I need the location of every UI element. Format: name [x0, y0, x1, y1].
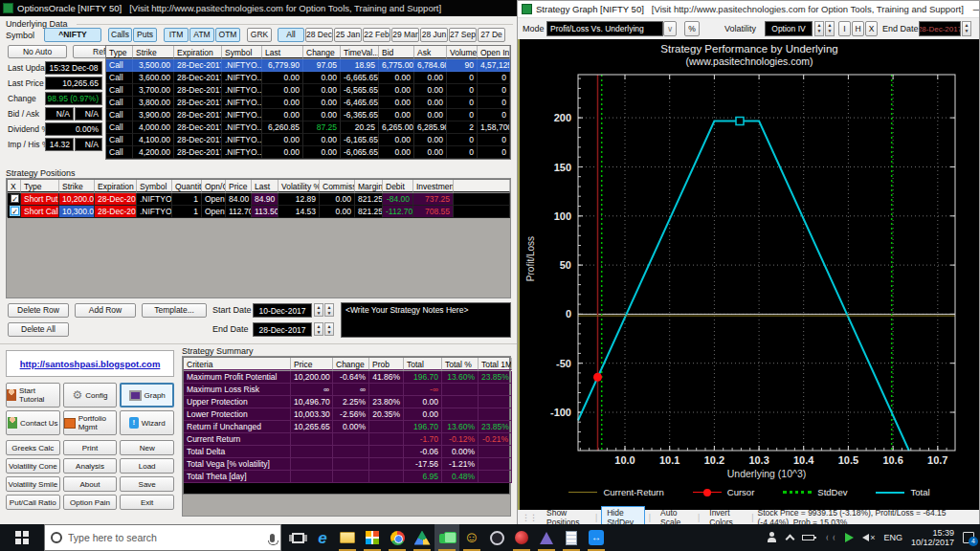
sidebar-button-start-tutorial[interactable]: Start Tutorial — [6, 383, 60, 408]
taskbar-clock[interactable]: 15:39 10/12/2017 — [911, 528, 954, 547]
no-auto-button[interactable]: No Auto — [8, 45, 67, 58]
sidebar-button-config[interactable]: ⚙Config — [63, 383, 118, 408]
sidebar-button-put-call-ratio[interactable]: Put/Call Ratio — [6, 495, 60, 510]
mode-dropdown[interactable]: Profit/Loss Vs. Underlying — [546, 21, 663, 36]
sidebar-button-portfolio-mgmt[interactable]: Portfolio Mgmt — [63, 410, 118, 435]
start-date-field[interactable]: 10-Dec-2017 — [253, 303, 312, 318]
sidebar-button-save[interactable]: Save — [120, 476, 174, 492]
table-row[interactable]: ✓Short Put10,200.0028-Dec-2017.NIFTYOP..… — [8, 193, 509, 206]
table-row[interactable]: Maximum Loss Risk∞∞-∞ — [184, 384, 509, 396]
expiry-tab-25-jan[interactable]: 25 Jan — [334, 28, 362, 42]
grk-button[interactable]: GRK — [247, 28, 272, 42]
notification-icon[interactable]: 4 — [963, 532, 974, 543]
sidebar-button-volatility-smile[interactable]: Volatility Smile — [6, 476, 60, 492]
table-row[interactable]: Call3,800.0028-Dec-2017.NIFTYO...0.000.0… — [106, 97, 510, 109]
expiry-tab-29-mar[interactable]: 29 Mar — [391, 28, 419, 42]
graph-end-date-field[interactable]: 28-Dec-2017 — [919, 21, 961, 36]
taskbar-edge-icon[interactable]: e — [310, 524, 335, 551]
sidebar-button-new[interactable]: New — [120, 440, 174, 455]
sidebar-button-analysis[interactable]: Analysis — [63, 458, 118, 474]
add-row-button[interactable]: Add Row — [75, 303, 136, 318]
sidebar-button-load[interactable]: Load — [120, 458, 174, 474]
table-row[interactable]: Maximum Profit Potential10,200.00-0.64%4… — [184, 371, 509, 384]
sidebar-button-exit[interactable]: Exit — [120, 495, 174, 510]
battery-icon[interactable] — [802, 535, 814, 540]
table-row[interactable]: ✓Short Call10,300.0028-Dec-2017.NIFTYOP.… — [8, 206, 509, 218]
start-button[interactable] — [0, 524, 44, 551]
table-row[interactable]: Total Theta [day]6.950.48% — [184, 471, 509, 483]
table-row[interactable]: Call4,100.0028-Dec-2017.NIFTYO...0.000.0… — [106, 134, 510, 146]
percent-button[interactable]: % — [684, 21, 700, 36]
start-date-spinner-up[interactable]: ▲▼ — [314, 303, 323, 317]
expiry-tab-27-sep[interactable]: 27 Sep — [449, 28, 477, 42]
volatility-spinner-up[interactable]: ▲▼ — [814, 21, 824, 36]
mode-dropdown-arrow-icon[interactable]: ∨ — [663, 21, 677, 36]
minimize-button[interactable]: ─ — [964, 1, 979, 18]
sidebar-button-graph[interactable]: Graph — [120, 383, 174, 408]
table-row[interactable]: Lower Protection10,003.30-2.56%20.35%0.0… — [184, 408, 509, 421]
delete-all-button[interactable]: Delete All — [8, 322, 69, 337]
microphone-icon[interactable] — [270, 534, 275, 542]
delete-row-button[interactable]: Delete Row — [8, 303, 69, 318]
search-input[interactable] — [68, 532, 238, 543]
position-checkbox[interactable]: ✓ — [11, 207, 19, 215]
start-date-spinner-down[interactable]: ▲▼ — [324, 303, 334, 317]
expiry-tab-28-dec[interactable]: 28 Dec — [305, 28, 333, 42]
sidebar-button-about[interactable]: About — [63, 476, 118, 492]
strategy-notes-input[interactable]: <Write Your Strategy Notes Here> — [341, 302, 511, 338]
taskbar-store-icon[interactable] — [360, 524, 385, 551]
calls-button[interactable]: Calls — [108, 28, 132, 42]
table-row[interactable]: Call4,000.0028-Dec-2017.NIFTYO...6,260.8… — [106, 121, 510, 134]
sidebar-button-print[interactable]: Print — [63, 440, 118, 455]
graph-date-spinner-up[interactable]: ▲▼ — [962, 21, 971, 36]
speaker-muted-icon[interactable]: × — [862, 533, 875, 542]
x-button[interactable]: X — [865, 21, 878, 36]
end-date-spinner-up[interactable]: ▲▼ — [314, 322, 323, 336]
play-status-icon[interactable] — [845, 533, 854, 542]
table-row[interactable]: Call3,500.0028-Dec-2017.NIFTYO...6,779.9… — [106, 59, 510, 72]
template-button[interactable]: Template... — [142, 303, 207, 318]
sidebar-button-greeks-calc[interactable]: Greeks Calc — [6, 440, 60, 455]
taskbar-obs-icon[interactable] — [484, 524, 509, 551]
taskbar-cards-icon[interactable] — [434, 524, 459, 551]
optionsoracle-titlebar[interactable]: OptionsOracle [NIFTY 50] [Visit http://w… — [0, 0, 520, 16]
graph-titlebar[interactable]: Strategy Graph [NIFTY 50] [Visit http://… — [518, 1, 979, 18]
end-date-spinner-down[interactable]: ▲▼ — [324, 322, 334, 336]
table-row[interactable]: Call4,200.0028-Dec-2017.NIFTYO...0.000.0… — [106, 146, 510, 159]
taskbar-drive-icon[interactable] — [410, 524, 434, 551]
table-row[interactable]: Total Vega [% volatility]-17.56-1.21% — [184, 458, 509, 471]
expiry-tab-22-feb[interactable]: 22 Feb — [363, 28, 390, 42]
taskbar-file-explorer-icon[interactable] — [335, 524, 360, 551]
table-row[interactable]: Call3,600.0028-Dec-2017.NIFTYO...0.000.0… — [106, 72, 510, 84]
table-row[interactable]: Total Delta-0.060.00% — [184, 446, 509, 458]
sidebar-button-volatility-cone[interactable]: Volatility Cone — [6, 458, 60, 474]
table-row[interactable]: Return if Unchanged10,265.650.00%196.701… — [184, 421, 509, 433]
volatility-field[interactable]: Option IV — [765, 21, 813, 36]
language-indicator[interactable]: ENG — [883, 533, 902, 542]
i-button[interactable]: I — [838, 21, 851, 36]
position-checkbox[interactable]: ✓ — [11, 194, 19, 203]
sidebar-button-contact-us[interactable]: Contact Us — [6, 410, 60, 435]
end-date-field[interactable]: 28-Dec-2017 — [253, 322, 312, 337]
blog-link[interactable]: http://santoshpasi.blogspot.com — [20, 359, 161, 369]
table-row[interactable]: Call3,700.0028-Dec-2017.NIFTYO...0.000.0… — [106, 84, 510, 97]
otm-button[interactable]: OTM — [215, 28, 240, 42]
people-icon[interactable] — [767, 532, 778, 543]
taskbar-notepad-icon[interactable] — [559, 524, 584, 551]
expiry-tab-28-jun[interactable]: 28 Jun — [420, 28, 448, 42]
atm-button[interactable]: ATM — [189, 28, 214, 42]
taskbar-wizard-app-icon[interactable] — [534, 524, 559, 551]
puts-button[interactable]: Puts — [133, 28, 157, 42]
taskbar-teamviewer-icon[interactable]: ↔ — [584, 524, 609, 551]
sidebar-button-option-pain[interactable]: Option Pain — [63, 495, 118, 510]
wifi-icon[interactable]: ﹙﹙ — [823, 532, 836, 544]
table-row[interactable]: Upper Protection10,496.702.25%23.80%0.00 — [184, 396, 509, 408]
taskbar-task-view-icon[interactable] — [285, 524, 310, 551]
table-row[interactable]: Call3,900.0028-Dec-2017.NIFTYO...0.000.0… — [106, 109, 510, 121]
symbol-input[interactable]: ^NIFTY — [44, 28, 101, 42]
chevron-up-icon[interactable] — [786, 535, 795, 544]
taskbar-smiley-icon[interactable]: ☺ — [459, 524, 484, 551]
itm-button[interactable]: ITM — [164, 28, 189, 42]
expiry-tab-27-de[interactable]: 27 De — [478, 28, 505, 42]
taskbar-chrome-icon[interactable] — [385, 524, 410, 551]
